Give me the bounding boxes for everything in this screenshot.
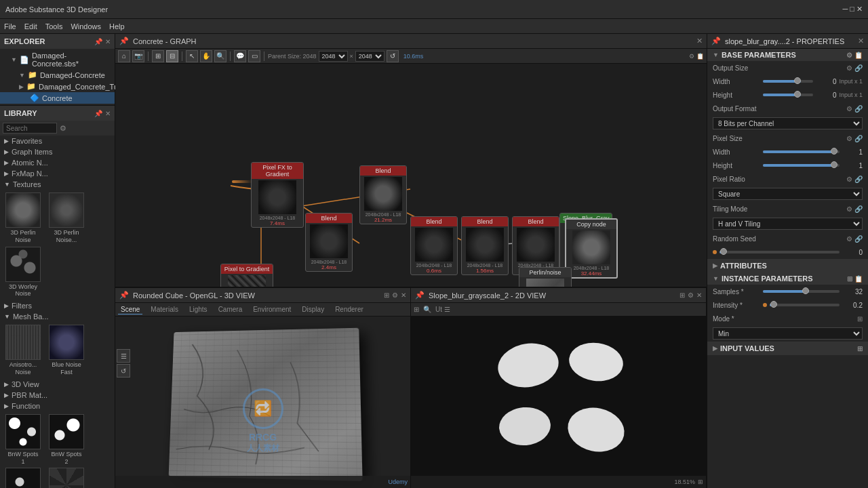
height-slider[interactable]: [763, 94, 813, 96]
samples-slider[interactable]: [763, 290, 840, 293]
maximize-button[interactable]: □: [850, 5, 854, 13]
graph-node-blend3[interactable]: Blend 2048x2048 - L18 0.6ms: [410, 216, 458, 275]
lib-item-aniso[interactable]: Anisotro...Noise: [3, 325, 43, 376]
view2d-expand[interactable]: ⊞: [679, 291, 685, 299]
explorer-close[interactable]: ✕: [105, 38, 111, 45]
intensity-slider[interactable]: [770, 304, 840, 306]
viewport-3d[interactable]: ☰ ↺ 🔁 RRCG 人人素材 Udemy: [115, 317, 410, 488]
pxwidth-slider[interactable]: [763, 150, 840, 153]
lib-item-bnw2[interactable]: BnW Spots2: [46, 414, 87, 466]
tab-environment[interactable]: Environment: [250, 305, 294, 314]
graph-node-pixel-grad[interactable]: Pixel to Gradient 2048x2048 - L18 19.5ms: [220, 264, 273, 287]
menu-edit[interactable]: Edit: [24, 22, 37, 30]
tb-home[interactable]: ⌂: [118, 50, 130, 62]
view3d-close[interactable]: ✕: [401, 291, 406, 299]
graph-node-blend2[interactable]: Blend 2048x2048 - L18 21.2ms: [359, 165, 407, 224]
menu-help[interactable]: Help: [109, 22, 125, 30]
slider-handle[interactable]: [831, 161, 837, 168]
tree-item-tutor[interactable]: ▶ 📁 Damaged_Concrete_Tutor...: [0, 81, 115, 92]
mode-select[interactable]: Min Max Average: [713, 327, 863, 340]
lib-item-3d-perlin2[interactable]: 3D PerlinNoise...: [46, 192, 87, 244]
tab-renderer[interactable]: Renderer: [332, 305, 366, 314]
pxheight-slider[interactable]: [763, 164, 840, 167]
tb-grid[interactable]: ⊟: [166, 50, 178, 62]
slider-handle[interactable]: [794, 77, 801, 84]
graph-node-blend4[interactable]: Blend 2048x2048 - L18 1.56ms: [461, 216, 509, 275]
2d-fit-icon[interactable]: ⊞: [698, 479, 703, 485]
graph-node-blend5[interactable]: Blend 2048x2048 - L18 2.24ms: [512, 216, 559, 275]
cat-3dview[interactable]: ▶ 3D View: [0, 379, 115, 390]
lib-item-3d-perlin[interactable]: 3D PerlinNoise: [3, 192, 43, 244]
view3d-expand[interactable]: ⊞: [384, 291, 389, 299]
input-values-header[interactable]: ▶ INPUT VALUES ⊞: [707, 342, 868, 354]
ratio-select[interactable]: Square Custom: [713, 188, 863, 200]
menu-windows[interactable]: Windows: [71, 22, 101, 30]
lib-item-bnw1[interactable]: BnW Spots1: [3, 414, 43, 466]
cat-favorites[interactable]: ▶ Favorites: [0, 136, 115, 146]
slider-handle[interactable]: [831, 148, 837, 155]
graph-node-copy[interactable]: Copy node 2048x2048 - L18 32.44ms: [565, 218, 618, 279]
tiling-select[interactable]: H and V Tiling No Tiling: [713, 218, 863, 230]
slider-handle[interactable]: [770, 301, 777, 308]
library-close[interactable]: ✕: [105, 110, 111, 117]
v2d-fit[interactable]: ⊞: [414, 306, 419, 313]
view2d-close[interactable]: ✕: [696, 291, 702, 299]
cat-atomic[interactable]: ▶ Atomic N...: [0, 157, 115, 168]
tab-camera[interactable]: Camera: [216, 305, 245, 314]
tb-refresh[interactable]: ↺: [387, 50, 399, 62]
base-params-header[interactable]: ▼ BASE PARAMETERS ⚙ 📋: [707, 49, 868, 61]
graph-canvas[interactable]: Pixel FX to Gradient 2048x2048 - L18 7.4…: [115, 64, 707, 287]
view3d-settings[interactable]: ⚙: [392, 291, 398, 299]
tb-comment[interactable]: 💬: [234, 50, 246, 62]
cat-function[interactable]: ▶ Function: [0, 401, 115, 411]
attributes-header[interactable]: ▶ ATTRIBUTES: [707, 260, 868, 272]
graph-node-blend1[interactable]: Blend 2048x2048 - L18 2.4ms: [305, 213, 353, 272]
lib-item-cells[interactable]: Cells 1: [46, 468, 87, 488]
tb-move[interactable]: ✋: [200, 50, 212, 62]
cat-textures[interactable]: ▼ Textures: [0, 179, 115, 190]
tab-scene[interactable]: Scene: [118, 305, 142, 314]
tb-zoom-fit[interactable]: ⊞: [152, 50, 164, 62]
view2d-settings[interactable]: ⚙: [688, 291, 694, 299]
seed-slider[interactable]: [719, 251, 840, 253]
cat-meshba[interactable]: ▼ Mesh Ba...: [0, 311, 115, 322]
v2d-zoom[interactable]: 🔍: [423, 306, 431, 313]
graph-node-pixel-fx[interactable]: Pixel FX to Gradient 2048x2048 - L18 7.4…: [251, 162, 304, 228]
cat-filters[interactable]: ▶ Filters: [0, 300, 115, 311]
tab-lights[interactable]: Lights: [186, 305, 210, 314]
tb-zoom[interactable]: 🔍: [214, 50, 226, 62]
slider-handle[interactable]: [720, 248, 727, 255]
graph-node-perlin[interactable]: Perlin/noise 2048x2048 - L18 18.17ms: [519, 267, 572, 287]
size-select-h[interactable]: 20481024512: [355, 51, 384, 62]
close-button[interactable]: ✕: [856, 5, 863, 13]
tab-materials[interactable]: Materials: [148, 305, 181, 314]
3d-tool-rotate[interactable]: ↺: [117, 364, 130, 378]
tree-item-root[interactable]: ▼ 📄 Damaged-Concrete.sbs*: [0, 50, 115, 69]
tb-frame[interactable]: ▭: [248, 50, 260, 62]
3d-tool-move[interactable]: ☰: [117, 349, 130, 363]
width-slider[interactable]: [763, 80, 813, 83]
menu-tools[interactable]: Tools: [45, 22, 63, 30]
slider-handle[interactable]: [802, 287, 809, 294]
lib-item-blue[interactable]: Blue NoiseFast: [46, 325, 87, 376]
lib-item-bnw3[interactable]: BnW Spots3: [3, 468, 43, 488]
cat-graph-items[interactable]: ▶ Graph Items: [0, 146, 115, 157]
cat-fxmap[interactable]: ▶ FxMap N...: [0, 168, 115, 179]
minimize-button[interactable]: ─: [842, 5, 848, 13]
menu-file[interactable]: File: [4, 22, 16, 30]
explorer-pin[interactable]: 📌: [94, 38, 102, 45]
search-input[interactable]: [3, 123, 57, 134]
format-select[interactable]: 8 Bits per Channel 16 Bits per Channel: [713, 117, 863, 129]
tb-select[interactable]: ↖: [186, 50, 198, 62]
tb-camera[interactable]: 📷: [132, 50, 144, 62]
instance-params-header[interactable]: ▼ INSTANCE PARAMETERS ⊞ 📋: [707, 272, 868, 285]
graph-close[interactable]: ✕: [696, 37, 703, 45]
viewport-2d[interactable]: 18.51% ⊞: [411, 317, 706, 488]
slider-handle[interactable]: [794, 91, 801, 98]
prop-close[interactable]: ✕: [858, 37, 864, 45]
library-pin[interactable]: 📌: [94, 110, 102, 117]
size-select-w[interactable]: 20481024512: [319, 51, 348, 62]
filter-icon[interactable]: ⚙: [60, 124, 66, 133]
tab-display[interactable]: Display: [299, 305, 327, 314]
tree-item-damaged[interactable]: ▼ 📁 Damaged-Concrete: [0, 69, 115, 81]
